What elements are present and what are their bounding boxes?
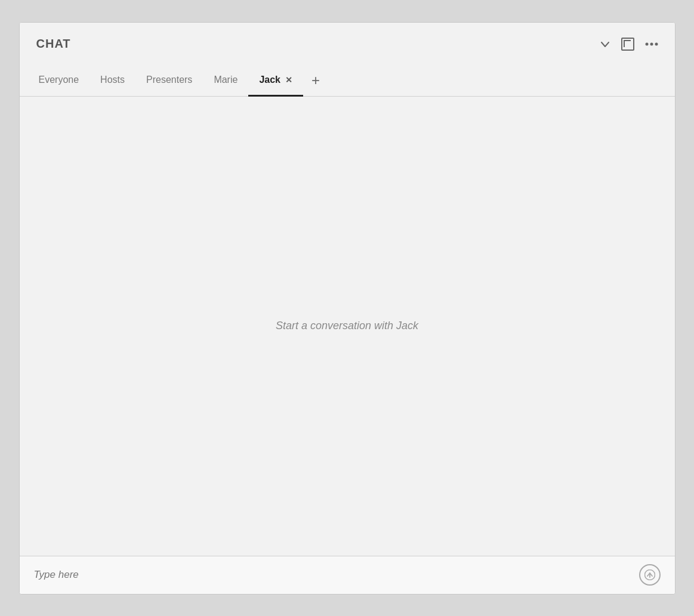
empty-state-message: Start a conversation with Jack — [276, 320, 418, 332]
tab-jack[interactable]: Jack ✕ — [248, 66, 303, 97]
send-button[interactable] — [639, 564, 661, 586]
tab-everyone[interactable]: Everyone — [36, 66, 90, 97]
svg-point-0 — [645, 42, 648, 45]
chat-footer — [20, 556, 675, 594]
expand-icon[interactable] — [621, 38, 634, 51]
chat-tabs: Everyone Hosts Presenters Marie Jack ✕ + — [20, 66, 675, 97]
tab-presenters[interactable]: Presenters — [135, 66, 203, 97]
more-options-icon[interactable] — [645, 42, 658, 46]
header-controls — [600, 38, 658, 51]
add-tab-button[interactable]: + — [303, 65, 328, 96]
chat-title: CHAT — [36, 37, 71, 51]
chat-body: Start a conversation with Jack — [20, 97, 675, 556]
svg-point-1 — [650, 42, 653, 45]
tab-marie[interactable]: Marie — [203, 66, 248, 97]
chat-header: CHAT — [20, 23, 675, 66]
chat-window: CHAT Everyone Hosts Pr — [19, 22, 676, 595]
send-arrow-icon — [644, 569, 655, 580]
svg-point-2 — [655, 42, 658, 45]
chat-input[interactable] — [34, 569, 639, 581]
tab-hosts[interactable]: Hosts — [90, 66, 135, 97]
chevron-down-icon[interactable] — [600, 39, 610, 49]
tab-close-icon[interactable]: ✕ — [285, 75, 292, 85]
